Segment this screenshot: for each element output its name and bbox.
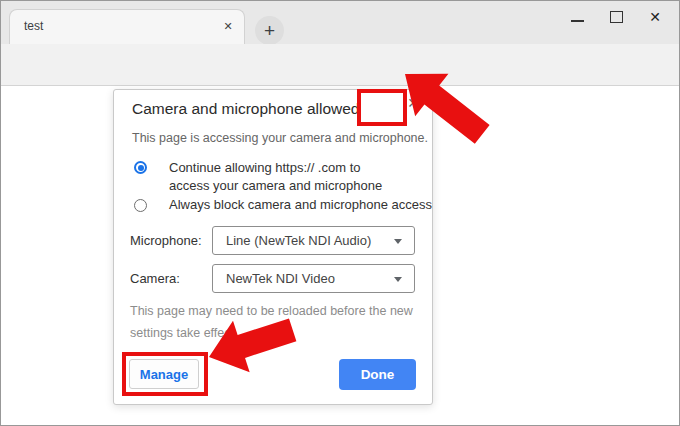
tab-strip: test ✕ + ✕: [1, 1, 679, 44]
microphone-select[interactable]: Line (NewTek NDI Audio): [212, 226, 415, 255]
reload-note-line2: settings take effect.: [130, 326, 237, 340]
highlight-box-camera-icon: [357, 89, 407, 126]
tab-close-icon[interactable]: ✕: [218, 16, 238, 36]
done-button[interactable]: Done: [339, 359, 416, 390]
chevron-down-icon: [394, 239, 402, 244]
camera-select[interactable]: NewTek NDI Video: [212, 264, 415, 293]
highlight-box-manage-button: [122, 352, 208, 396]
camera-label: Camera:: [130, 271, 180, 286]
browser-toolbar: ← → test ☆: [1, 44, 679, 86]
browser-window: test ✕ + ✕ ← → test: [0, 0, 680, 426]
window-controls: ✕: [571, 1, 669, 31]
radio-continue-label: Continue allowing https:// .com to acces…: [169, 159, 382, 195]
radio-always-block[interactable]: [134, 199, 147, 212]
radio-continue-allowing[interactable]: [134, 161, 147, 174]
microphone-label: Microphone:: [130, 233, 202, 248]
minimize-icon[interactable]: [571, 20, 584, 22]
dialog-title: Camera and microphone allowed: [132, 100, 359, 118]
tab-title: test: [24, 19, 43, 33]
plus-icon: +: [264, 20, 275, 42]
maximize-icon[interactable]: [610, 11, 623, 23]
window-close-icon[interactable]: ✕: [649, 10, 661, 24]
reload-note-line1: This page may need to be reloaded before…: [130, 304, 413, 318]
chevron-down-icon: [394, 277, 402, 282]
dialog-description: This page is accessing your camera and m…: [132, 131, 428, 145]
new-tab-button[interactable]: +: [255, 16, 284, 45]
tab-test[interactable]: test ✕: [9, 9, 245, 44]
radio-block-label: Always block camera and microphone acces…: [169, 197, 432, 212]
